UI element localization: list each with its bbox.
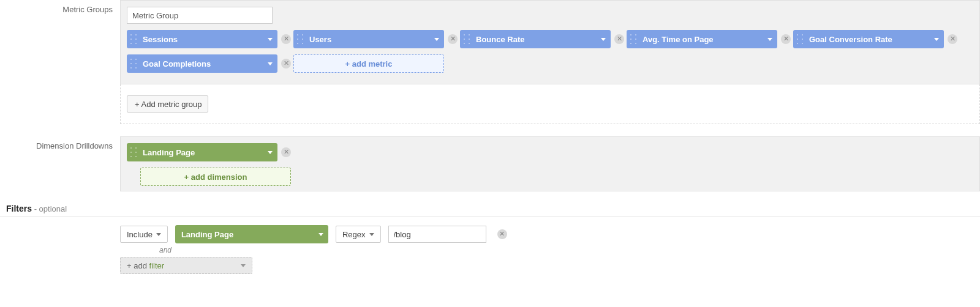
add-metric-button[interactable]: + add metric [293,54,444,73]
divider [0,216,980,216]
metric-chip-label: Users [309,35,431,44]
dimension-drilldowns-label: Dimension Drilldowns [0,136,120,155]
metric-group-panel: Sessions ✕ Users ✕ Bounc [120,0,980,84]
metric-chip-bounce-rate[interactable]: Bounce Rate [460,30,611,48]
filters-heading: Filters - optional [6,204,980,213]
dimension-chip-label: Landing Page [143,148,264,157]
chevron-down-icon [318,233,323,236]
metric-chip-goal-completions[interactable]: Goal Completions [127,54,277,73]
chevron-down-icon [268,151,273,154]
filter-dimension-label: Landing Page [181,230,315,239]
drag-handle-icon[interactable] [130,34,137,44]
add-dimension-button[interactable]: + add dimension [140,168,291,186]
add-metric-group-button[interactable]: + Add metric group [127,95,208,113]
remove-metric-icon[interactable]: ✕ [281,34,291,44]
metric-groups-label: Metric Groups [0,0,120,19]
chevron-down-icon [767,38,772,41]
drag-handle-icon[interactable] [297,34,303,44]
add-filter-button[interactable]: + add filter [120,257,252,274]
drag-handle-icon[interactable] [130,59,137,68]
filter-and-label: and [159,246,980,254]
metric-chip-label: Sessions [143,35,264,44]
add-filter-prefix: + add [127,261,149,270]
add-filter-word: filter [149,261,165,270]
remove-metric-icon[interactable]: ✕ [614,34,624,44]
remove-metric-icon[interactable]: ✕ [948,34,957,44]
drag-handle-icon[interactable] [130,147,137,157]
chevron-down-icon [268,38,273,41]
filters-optional-text: - optional [32,204,67,213]
remove-metric-icon[interactable]: ✕ [281,59,291,68]
chevron-down-icon [934,38,939,41]
filter-dimension-dropdown[interactable]: Landing Page [175,225,328,243]
metric-chip-label: Goal Completions [143,59,264,68]
chevron-down-icon [156,233,161,236]
chevron-down-icon [241,264,246,267]
dimension-panel: Landing Page ✕ + add dimension [120,136,980,191]
drag-handle-icon[interactable] [797,34,803,44]
remove-filter-icon[interactable]: ✕ [497,229,507,239]
remove-dimension-icon[interactable]: ✕ [281,147,291,157]
chevron-down-icon [268,62,273,65]
metric-group-name-input[interactable] [127,7,273,24]
metric-chip-sessions[interactable]: Sessions [127,30,277,48]
filter-value-input[interactable] [388,226,486,243]
remove-metric-icon[interactable]: ✕ [781,34,791,44]
remove-metric-icon[interactable]: ✕ [448,34,458,44]
match-type-dropdown[interactable]: Regex [336,226,381,243]
add-metric-group-panel: + Add metric group [120,84,980,124]
metric-chip-label: Avg. Time on Page [643,35,764,44]
include-exclude-dropdown[interactable]: Include [120,226,168,243]
chevron-down-icon [369,233,374,236]
match-type-label: Regex [342,230,366,239]
drag-handle-icon[interactable] [630,34,636,44]
chevron-down-icon [601,38,606,41]
drag-handle-icon[interactable] [464,34,470,44]
metric-chip-goal-conversion-rate[interactable]: Goal Conversion Rate [793,30,944,48]
filters-spacer [0,225,120,235]
add-metric-group-label: + Add metric group [135,100,202,109]
metric-chip-users[interactable]: Users [293,30,444,48]
include-exclude-label: Include [127,230,153,239]
chevron-down-icon [434,38,439,41]
metric-chip-avg-time[interactable]: Avg. Time on Page [627,30,777,48]
filters-heading-text: Filters [6,204,32,213]
dimension-chip-landing-page[interactable]: Landing Page [127,143,277,161]
metric-chip-label: Goal Conversion Rate [809,35,930,44]
metric-chip-label: Bounce Rate [476,35,597,44]
